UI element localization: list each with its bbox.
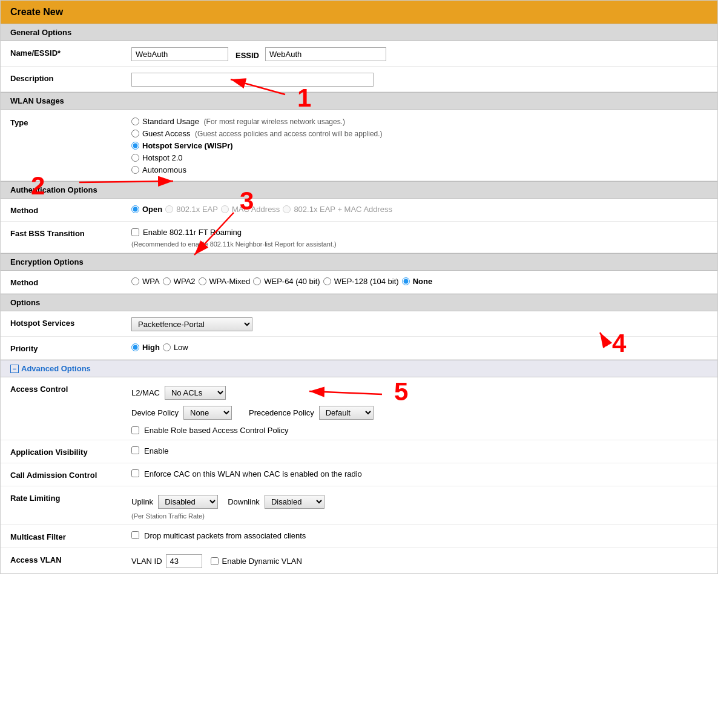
type-hotspot-row: Hotspot Service (WISPr) — [131, 141, 383, 150]
enc-wpa-mixed-radio[interactable] — [199, 277, 206, 285]
type-label: Type — [10, 116, 131, 127]
priority-high-radio[interactable] — [131, 343, 139, 351]
type-hotspot20-row: Hotspot 2.0 — [131, 153, 383, 162]
name-input[interactable]: WebAuth — [131, 47, 228, 61]
hotspot-services-label: Hotspot Services — [10, 316, 131, 328]
auth-mac-label: MAC Address — [232, 205, 280, 214]
type-standard-radio[interactable] — [131, 117, 139, 125]
call-admission-row: Call Admission Control Enforce CAC on th… — [1, 463, 717, 486]
priority-controls: High Low — [131, 342, 708, 352]
type-autonomous-radio[interactable] — [131, 166, 139, 174]
enc-wep128-radio[interactable] — [323, 277, 331, 285]
wlan-usages-header: WLAN Usages — [1, 92, 717, 110]
hotspot-services-controls: Packetfence-Portal — [131, 316, 708, 331]
role-access-row: Enable Role based Access Control Policy — [131, 426, 288, 435]
fast-bss-label: Fast BSS Transition — [10, 227, 131, 238]
enc-wep64-label: WEP-64 (40 bit) — [264, 277, 320, 286]
hotspot-services-select[interactable]: Packetfence-Portal — [131, 317, 252, 331]
priority-low-radio[interactable] — [163, 343, 171, 351]
enc-wpa-mixed-label: WPA-Mixed — [209, 277, 251, 286]
advanced-options-label: Advanced Options — [21, 364, 91, 373]
auth-mac-radio[interactable] — [221, 205, 229, 213]
app-visibility-row: Application Visibility Enable — [1, 440, 717, 463]
precedence-policy-select[interactable]: Default — [319, 406, 374, 420]
vlan-id-label: VLAN ID — [131, 557, 162, 566]
name-essid-controls: WebAuth ESSID WebAuth — [131, 46, 708, 61]
enc-none-radio[interactable] — [402, 277, 410, 285]
rate-limiting-controls: Uplink Disabled Downlink Disabled (Per S… — [131, 491, 708, 520]
auth-eap-label: 802.1x EAP — [176, 205, 218, 214]
minus-icon: − — [10, 365, 19, 373]
enc-wpa2-radio[interactable] — [163, 277, 171, 285]
app-visibility-checkbox-label: Enable — [144, 446, 168, 455]
uplink-select[interactable]: Disabled — [158, 495, 218, 509]
auth-eap-radio[interactable] — [165, 205, 173, 213]
type-hotspot-radio[interactable] — [131, 142, 139, 150]
fast-bss-controls: Enable 802.11r FT Roaming (Recommended t… — [131, 227, 708, 248]
access-control-row: Access Control L2/MAC No ACLs Device Pol… — [1, 377, 717, 440]
auth-method-label: Method — [10, 204, 131, 215]
enc-wpa-label: WPA — [142, 277, 160, 286]
call-admission-controls: Enforce CAC on this WLAN when CAC is ena… — [131, 468, 708, 478]
multicast-filter-checkbox-label: Drop multicast packets from associated c… — [144, 531, 306, 540]
name-essid-label: Name/ESSID* — [10, 46, 131, 58]
priority-low-label: Low — [174, 343, 188, 352]
description-controls — [131, 71, 708, 87]
description-input[interactable] — [131, 73, 374, 87]
multicast-filter-label: Multicast Filter — [10, 530, 131, 541]
vlan-id-input[interactable] — [166, 554, 202, 568]
multicast-filter-controls: Drop multicast packets from associated c… — [131, 530, 708, 540]
fast-bss-checkbox[interactable] — [131, 228, 139, 236]
l2mac-label: L2/MAC — [131, 388, 160, 397]
hotspot-services-row: Hotspot Services Packetfence-Portal — [1, 311, 717, 337]
enc-wep64-radio[interactable] — [253, 277, 261, 285]
encryption-options-header: Encryption Options — [1, 253, 717, 271]
advanced-options-toggle[interactable]: − Advanced Options — [10, 364, 708, 373]
call-admission-checkbox-label: Enforce CAC on this WLAN when CAC is ena… — [144, 469, 362, 478]
page-title: Create New — [1, 1, 717, 24]
name-essid-row: Name/ESSID* WebAuth ESSID WebAuth — [1, 41, 717, 67]
rate-limiting-values: Uplink Disabled Downlink Disabled — [131, 495, 324, 509]
auth-method-controls: Open 802.1x EAP MAC Address 802.1x EAP +… — [131, 204, 708, 214]
downlink-label: Downlink — [228, 497, 260, 506]
no-acls-select[interactable]: No ACLs — [165, 386, 226, 400]
role-access-label: Enable Role based Access Control Policy — [144, 426, 288, 435]
dynamic-vlan-checkbox[interactable] — [211, 557, 219, 565]
essid-label: ESSID — [231, 48, 263, 60]
enc-wep128-label: WEP-128 (104 bit) — [334, 277, 399, 286]
app-visibility-label: Application Visibility — [10, 445, 131, 457]
auth-options-header: Authentication Options — [1, 181, 717, 199]
auth-method-row: Method Open 802.1x EAP MAC Address 802.1… — [1, 199, 717, 222]
auth-eap-mac-radio[interactable] — [283, 205, 291, 213]
enc-none-label: None — [413, 277, 433, 286]
device-precedence-row: Device Policy None Precedence Policy Def… — [131, 406, 374, 420]
downlink-select[interactable]: Disabled — [265, 495, 324, 509]
call-admission-checkbox[interactable] — [131, 469, 139, 477]
encryption-method-controls: WPA WPA2 WPA-Mixed WEP-64 (40 bit) WEP-1… — [131, 276, 708, 286]
access-control-main: L2/MAC No ACLs Device Policy None Preced… — [131, 382, 708, 435]
access-vlan-row: Access VLAN VLAN ID Enable Dynamic VLAN — [1, 548, 717, 574]
advanced-options-header: − Advanced Options — [1, 360, 717, 377]
enc-wpa-radio[interactable] — [131, 277, 139, 285]
precedence-policy-label: Precedence Policy — [249, 408, 314, 417]
type-hotspot-label: Hotspot Service (WISPr) — [142, 141, 233, 150]
app-visibility-checkbox[interactable] — [131, 446, 139, 454]
auth-open-radio[interactable] — [131, 205, 139, 213]
app-visibility-controls: Enable — [131, 445, 708, 455]
priority-row: Priority High Low — [1, 337, 717, 360]
type-hotspot20-label: Hotspot 2.0 — [142, 153, 183, 162]
encryption-method-row: Method WPA WPA2 WPA-Mixed WEP-64 (40 bit… — [1, 271, 717, 294]
priority-high-label: High — [142, 343, 160, 352]
l2mac-row: L2/MAC No ACLs — [131, 386, 226, 400]
uplink-label: Uplink — [131, 497, 153, 506]
device-policy-select[interactable]: None — [183, 406, 232, 420]
fast-bss-checkbox-label: Enable 802.11r FT Roaming — [143, 228, 242, 237]
multicast-filter-checkbox[interactable] — [131, 531, 139, 539]
essid-input[interactable]: WebAuth — [265, 47, 386, 61]
priority-label: Priority — [10, 342, 131, 353]
type-controls: Standard Usage (For most regular wireles… — [131, 116, 708, 174]
device-policy-label: Device Policy — [131, 408, 179, 417]
type-guest-radio[interactable] — [131, 130, 139, 137]
role-access-checkbox[interactable] — [131, 426, 139, 434]
type-hotspot20-radio[interactable] — [131, 154, 139, 162]
